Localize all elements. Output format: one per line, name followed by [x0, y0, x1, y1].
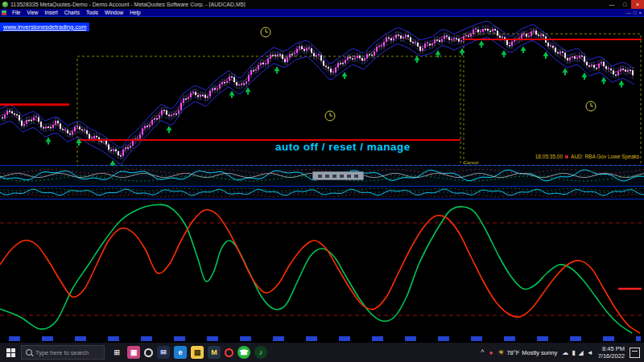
taskbar-apps: ⊞▣✉e▤M☎♪ — [105, 346, 267, 359]
trade-manager-label[interactable]: auto off / reset / manage — [275, 141, 411, 153]
clock-date: 7/16/2022 — [598, 352, 625, 360]
weather-widget[interactable]: ☀ 78°F Mostly sunny — [497, 348, 557, 356]
menu-item-window[interactable]: Window — [101, 9, 126, 16]
menu-item-help[interactable]: Help — [126, 9, 143, 16]
oscillator-canvas — [0, 200, 644, 336]
mail-app-icon[interactable]: ✉ — [157, 346, 170, 359]
search-icon — [26, 349, 32, 356]
menu-item-insert[interactable]: Insert — [41, 9, 60, 16]
candles-layer — [2, 28, 633, 156]
news-event-text: AUD: RBA Gov Lowe Speaks — [571, 154, 639, 159]
weather-desc: Mostly sunny — [522, 349, 557, 356]
maximize-button[interactable]: □ — [618, 0, 631, 9]
mostly-sunny-icon: ☀ — [497, 348, 504, 356]
window-controls: — □ × — [605, 0, 644, 9]
indicator-panel-2-canvas — [0, 187, 644, 199]
network-signal-icon[interactable]: ◢ — [579, 349, 584, 356]
hidden-icons-chevron[interactable]: ^ — [481, 348, 484, 356]
menu-item-tools[interactable]: Tools — [83, 9, 101, 16]
news-event-label: 18:05:35.00 AUD: RBA Gov Lowe Speaks — [535, 154, 639, 159]
metatrader-icon[interactable]: M — [208, 346, 221, 359]
oscillator-lines — [0, 204, 644, 333]
weather-temp: 78°F — [506, 349, 519, 356]
menu-item-file[interactable]: File — [9, 9, 23, 16]
start-button[interactable] — [0, 343, 21, 362]
windows-logo-icon — [6, 348, 15, 357]
file-explorer-icon[interactable]: ▤ — [191, 346, 204, 359]
onedrive-icon[interactable]: ☁ — [562, 349, 568, 356]
news-impact-icon — [565, 155, 568, 158]
cortana-icon[interactable] — [144, 348, 153, 357]
whatsapp-icon[interactable]: ☎ — [237, 346, 250, 359]
volume-icon[interactable]: ◄ — [587, 349, 593, 356]
battery-icon[interactable]: ▮ — [572, 349, 575, 356]
close-button[interactable]: × — [631, 0, 644, 9]
tray-app-icon[interactable]: ● — [489, 349, 493, 356]
chart-window-icon — [2, 10, 6, 15]
indicator-2-lines — [0, 187, 644, 197]
chart-minimize-button[interactable]: — — [626, 10, 631, 15]
chart-window-controls: — □ × — [626, 10, 644, 15]
opera-browser-icon[interactable] — [225, 348, 233, 357]
taskbar-search[interactable]: Type here to search — [21, 345, 105, 360]
cancel-label[interactable]: Cancel — [464, 160, 479, 165]
oscillator-panel[interactable] — [0, 200, 644, 343]
metatrader-app-icon — [2, 2, 8, 7]
chart-close-button[interactable]: × — [638, 10, 642, 15]
tray-right-icons: ☁▮◢◄ — [562, 349, 592, 356]
metatrader-window: 113528335 MetaQuotes-Demo - Demo Account… — [0, 0, 644, 362]
system-tray: ^ ● ☀ 78°F Mostly sunny ☁▮◢◄ 8:45 PM 7/1… — [481, 345, 644, 360]
edge-browser-icon[interactable]: e — [174, 346, 187, 359]
taskbar: Type here to search ⊞▣✉e▤M☎♪ ^ ● ☀ 78°F … — [0, 343, 644, 362]
tray-left-icons: ● — [489, 349, 493, 356]
news-countdown: 18:05:35.00 — [535, 154, 563, 159]
menu-item-view[interactable]: View — [23, 9, 41, 16]
indicator-panel-1[interactable] — [0, 166, 644, 187]
window-title: 113528335 MetaQuotes-Demo - Demo Account… — [10, 2, 603, 7]
photos-app-icon[interactable]: ▣ — [127, 346, 140, 359]
clock-time: 8:45 PM — [598, 345, 625, 352]
indicator-panel-2[interactable] — [0, 187, 644, 200]
spotify-icon[interactable]: ♪ — [254, 346, 267, 359]
title-bar: 113528335 MetaQuotes-Demo - Demo Account… — [0, 0, 644, 9]
indicator-value-badge — [312, 171, 364, 180]
time-axis — [3, 336, 641, 341]
menu-item-charts[interactable]: Charts — [61, 9, 83, 16]
minimize-button[interactable]: — — [605, 0, 618, 9]
watermark-link[interactable]: www.inversionesdetrading.com — [0, 23, 89, 31]
action-center-icon[interactable] — [630, 348, 640, 358]
chart-restore-button[interactable]: □ — [634, 10, 637, 15]
taskbar-clock[interactable]: 8:45 PM 7/16/2022 — [598, 345, 625, 360]
menu-bar: File View Insert Charts Tools Window Hel… — [0, 9, 644, 16]
search-placeholder: Type here to search — [35, 349, 89, 356]
task-view-icon[interactable]: ⊞ — [110, 346, 123, 359]
price-chart-panel[interactable]: www.inversionesdetrading.com auto off / … — [0, 16, 644, 166]
